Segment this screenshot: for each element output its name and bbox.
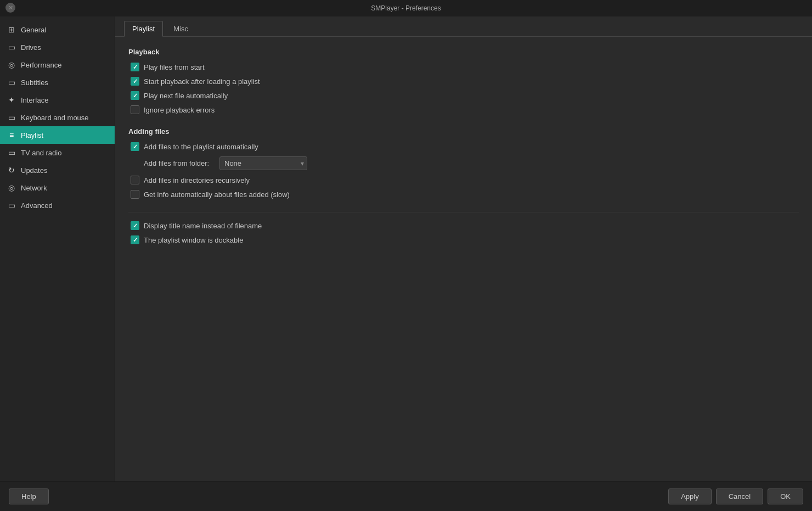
content-area: Playlist Misc Playback Play files from s…: [115, 16, 812, 481]
subtitles-icon: ▭: [7, 77, 16, 87]
sidebar-label-tvradio: TV and radio: [21, 149, 61, 157]
help-button[interactable]: Help: [9, 488, 49, 504]
sidebar-item-interface[interactable]: ✦ Interface: [0, 91, 115, 109]
get-info-auto-label[interactable]: Get info automatically about files added…: [144, 190, 290, 199]
drives-icon: ▭: [7, 42, 16, 52]
apply-button[interactable]: Apply: [668, 488, 712, 504]
add-auto-row: Add files to the playlist automatically: [128, 142, 799, 151]
sidebar-label-general: General: [21, 26, 46, 34]
start-playback-loading-row: Start playback after loading a playlist: [128, 77, 799, 86]
tab-playlist[interactable]: Playlist: [124, 21, 163, 37]
sidebar-item-drives[interactable]: ▭ Drives: [0, 38, 115, 56]
bottom-left: Help: [9, 488, 49, 504]
ignore-errors-row: Ignore playback errors: [128, 105, 799, 114]
play-next-auto-label[interactable]: Play next file automatically: [144, 92, 228, 100]
sidebar-label-advanced: Advanced: [21, 201, 53, 210]
add-recursively-label[interactable]: Add files in directories recursively: [144, 176, 250, 184]
tab-misc[interactable]: Misc: [165, 21, 196, 36]
folder-select[interactable]: None Current Last: [219, 156, 307, 170]
sidebar-item-tvradio[interactable]: ▭ TV and radio: [0, 144, 115, 161]
interface-icon: ✦: [7, 95, 16, 105]
sidebar-item-playlist[interactable]: ≡ Playlist: [0, 126, 115, 144]
ignore-errors-checkbox[interactable]: [131, 105, 139, 114]
sidebar-item-updates[interactable]: ↻ Updates: [0, 161, 115, 179]
window-title: SMPlayer - Preferences: [371, 4, 441, 12]
start-playback-checkbox[interactable]: [131, 77, 139, 86]
play-next-auto-checkbox[interactable]: [131, 91, 139, 100]
add-auto-checkbox[interactable]: [131, 142, 139, 151]
main-content: ⊞ General ▭ Drives ◎ Performance ▭ Subti…: [0, 16, 812, 481]
sidebar-item-subtitles[interactable]: ▭ Subtitles: [0, 74, 115, 91]
display-options-section: Display title name instead of filename T…: [128, 221, 799, 244]
sidebar-label-performance: Performance: [21, 61, 61, 69]
sidebar: ⊞ General ▭ Drives ◎ Performance ▭ Subti…: [0, 16, 115, 481]
folder-row: Add files from folder: None Current Last: [128, 156, 799, 170]
display-title-row: Display title name instead of filename: [128, 221, 799, 230]
panel-content: Playback Play files from start Start pla…: [115, 37, 812, 481]
play-from-start-label[interactable]: Play files from start: [144, 63, 205, 71]
ignore-errors-label[interactable]: Ignore playback errors: [144, 106, 215, 114]
divider: [128, 212, 799, 212]
add-recursively-checkbox[interactable]: [131, 176, 139, 184]
play-from-start-checkbox[interactable]: [131, 63, 139, 71]
titlebar: ✕ SMPlayer - Preferences: [0, 0, 812, 16]
display-title-label[interactable]: Display title name instead of filename: [144, 222, 262, 230]
tabs-bar: Playlist Misc: [115, 16, 812, 37]
adding-files-section: Adding files Add files to the playlist a…: [128, 127, 799, 199]
display-title-checkbox[interactable]: [131, 221, 139, 230]
dockable-row: The playlist window is dockable: [128, 235, 799, 244]
sidebar-label-subtitles: Subtitles: [21, 78, 48, 87]
sidebar-label-updates: Updates: [21, 166, 47, 175]
play-from-start-row: Play files from start: [128, 63, 799, 71]
performance-icon: ◎: [7, 60, 16, 70]
adding-files-title: Adding files: [128, 127, 799, 136]
sidebar-label-network: Network: [21, 184, 47, 192]
advanced-icon: ▭: [7, 200, 16, 210]
keyboard-icon: ▭: [7, 113, 16, 122]
sidebar-label-drives: Drives: [21, 43, 41, 52]
bottom-bar: Help Apply Cancel OK: [0, 481, 812, 511]
ok-button[interactable]: OK: [768, 488, 803, 504]
playlist-icon: ≡: [7, 130, 16, 140]
folder-label: Add files from folder:: [144, 159, 215, 167]
sidebar-item-general[interactable]: ⊞ General: [0, 21, 115, 38]
folder-select-wrapper: None Current Last: [219, 156, 307, 170]
dockable-label[interactable]: The playlist window is dockable: [144, 236, 243, 244]
general-icon: ⊞: [7, 25, 16, 35]
updates-icon: ↻: [7, 165, 16, 175]
add-auto-label[interactable]: Add files to the playlist automatically: [144, 143, 258, 151]
sidebar-label-interface: Interface: [21, 96, 49, 104]
dockable-checkbox[interactable]: [131, 235, 139, 244]
tvradio-icon: ▭: [7, 148, 16, 158]
cancel-button[interactable]: Cancel: [716, 488, 763, 504]
sidebar-item-network[interactable]: ◎ Network: [0, 179, 115, 196]
start-playback-label[interactable]: Start playback after loading a playlist: [144, 77, 260, 86]
playback-section: Playback Play files from start Start pla…: [128, 48, 799, 114]
close-button[interactable]: ✕: [5, 3, 15, 13]
bottom-right: Apply Cancel OK: [668, 488, 803, 504]
sidebar-label-playlist: Playlist: [21, 131, 43, 139]
network-icon: ◎: [7, 183, 16, 193]
play-next-auto-row: Play next file automatically: [128, 91, 799, 100]
sidebar-item-advanced[interactable]: ▭ Advanced: [0, 196, 115, 214]
add-recursively-row: Add files in directories recursively: [128, 176, 799, 184]
sidebar-item-performance[interactable]: ◎ Performance: [0, 56, 115, 74]
playback-section-title: Playback: [128, 48, 799, 56]
get-info-auto-row: Get info automatically about files added…: [128, 190, 799, 199]
sidebar-label-keyboard: Keyboard and mouse: [21, 114, 89, 122]
sidebar-item-keyboard[interactable]: ▭ Keyboard and mouse: [0, 109, 115, 126]
get-info-auto-checkbox[interactable]: [131, 190, 139, 199]
